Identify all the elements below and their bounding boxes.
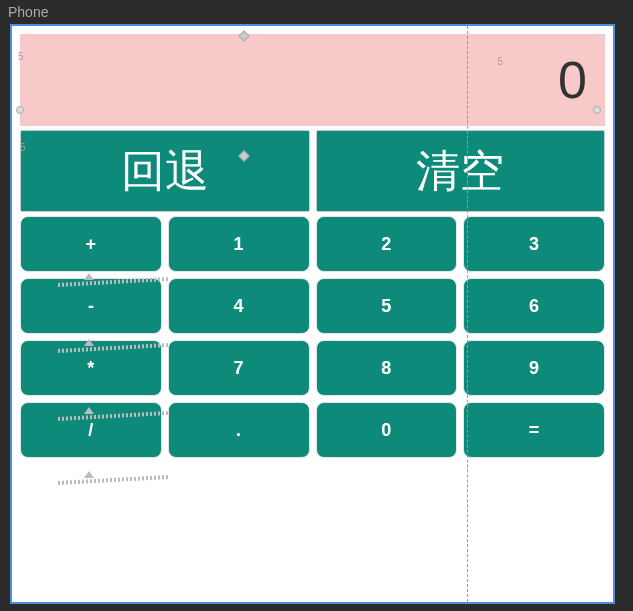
minus-button[interactable]: - xyxy=(20,278,162,334)
multiply-button[interactable]: * xyxy=(20,340,162,396)
window-label: Phone xyxy=(0,0,633,24)
num-9-button[interactable]: 9 xyxy=(463,340,605,396)
clear-button[interactable]: 清空 xyxy=(316,130,606,212)
num-4-button[interactable]: 4 xyxy=(168,278,310,334)
num-5-button[interactable]: 5 xyxy=(316,278,458,334)
plus-button[interactable]: + xyxy=(20,216,162,272)
num-2-button[interactable]: 2 xyxy=(316,216,458,272)
num-7-button[interactable]: 7 xyxy=(168,340,310,396)
backspace-button[interactable]: 回退 xyxy=(20,130,310,212)
num-6-button[interactable]: 6 xyxy=(463,278,605,334)
constraint-spring xyxy=(58,475,168,485)
num-0-button[interactable]: 0 xyxy=(316,402,458,458)
num-1-button[interactable]: 1 xyxy=(168,216,310,272)
constraint-arrow xyxy=(84,471,94,478)
num-3-button[interactable]: 3 xyxy=(463,216,605,272)
equals-button[interactable]: = xyxy=(463,402,605,458)
num-8-button[interactable]: 8 xyxy=(316,340,458,396)
device-frame: 5 5 5 0 回退 清空 + 1 2 3 - 4 5 6 * 7 8 xyxy=(10,24,615,604)
divide-button[interactable]: / xyxy=(20,402,162,458)
keypad: + 1 2 3 - 4 5 6 * 7 8 9 / . 0 = xyxy=(20,216,605,458)
calculator-display: 0 xyxy=(20,34,605,126)
display-value: 0 xyxy=(558,50,587,110)
decimal-button[interactable]: . xyxy=(168,402,310,458)
